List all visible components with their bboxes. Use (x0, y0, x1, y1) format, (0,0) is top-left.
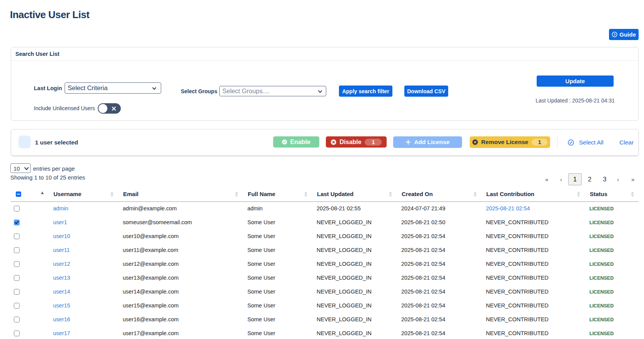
svg-text:?: ? (614, 33, 616, 37)
